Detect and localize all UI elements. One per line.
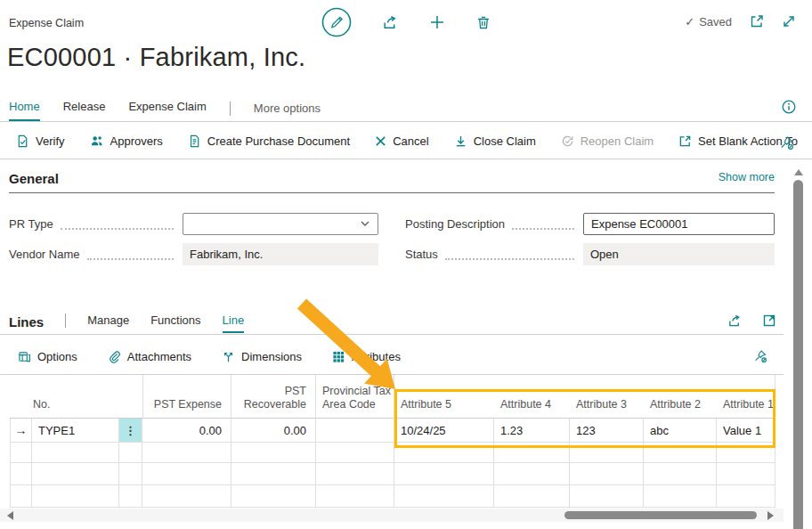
empty-cell[interactable] bbox=[644, 485, 717, 508]
open-in-window-icon[interactable] bbox=[750, 14, 764, 28]
empty-cell[interactable] bbox=[231, 463, 316, 485]
attachments-button[interactable]: Attachments bbox=[108, 350, 191, 363]
reopen-claim-button[interactable]: Reopen Claim bbox=[561, 134, 654, 148]
empty-cell[interactable] bbox=[119, 463, 142, 485]
unpin-icon[interactable] bbox=[779, 135, 794, 151]
col-header-attribute-3[interactable]: Attribute 3 bbox=[570, 375, 644, 419]
row-selector[interactable]: → bbox=[10, 419, 32, 443]
empty-cell[interactable] bbox=[644, 443, 717, 463]
cell-attribute-4[interactable]: 1.23 bbox=[494, 419, 570, 443]
empty-cell[interactable] bbox=[394, 443, 494, 463]
cell-attribute-2[interactable]: abc bbox=[644, 419, 717, 443]
vertical-scrollbar[interactable] bbox=[792, 166, 805, 529]
col-header-attribute-1[interactable]: Attribute 1 bbox=[717, 375, 775, 419]
row-ellipsis-button[interactable]: ⋮ bbox=[119, 419, 142, 443]
empty-cell[interactable] bbox=[570, 443, 644, 463]
scroll-left-arrow-icon[interactable] bbox=[7, 511, 13, 520]
expand-lines-icon[interactable] bbox=[762, 313, 776, 329]
col-header-attribute-2[interactable]: Attribute 2 bbox=[644, 375, 717, 419]
lines-header-icons bbox=[727, 313, 776, 329]
empty-cell[interactable] bbox=[316, 485, 394, 508]
empty-cell[interactable] bbox=[717, 463, 775, 485]
cell-no[interactable]: TYPE1 bbox=[32, 419, 119, 443]
cell-attribute-5[interactable]: 10/24/25 bbox=[394, 419, 494, 443]
cancel-button[interactable]: Cancel bbox=[375, 134, 428, 148]
lines-heading: Lines bbox=[9, 314, 44, 333]
lines-tab-line[interactable]: Line bbox=[223, 313, 245, 333]
empty-cell[interactable] bbox=[494, 443, 570, 463]
scroll-right-arrow-icon[interactable] bbox=[767, 511, 774, 520]
tab-expense-claim[interactable]: Expense Claim bbox=[128, 100, 206, 121]
horizontal-scrollbar[interactable] bbox=[0, 509, 784, 522]
empty-cell[interactable] bbox=[119, 443, 142, 463]
empty-cell[interactable] bbox=[494, 485, 570, 508]
tab-home[interactable]: Home bbox=[9, 100, 40, 121]
chevron-down-icon[interactable] bbox=[360, 218, 370, 229]
empty-cell[interactable] bbox=[394, 485, 494, 508]
posting-description-label: Posting Description bbox=[405, 217, 505, 231]
empty-cell[interactable] bbox=[570, 463, 644, 485]
empty-cell[interactable] bbox=[32, 485, 119, 508]
empty-cell[interactable] bbox=[32, 463, 119, 485]
empty-cell[interactable] bbox=[10, 463, 32, 485]
approvers-button[interactable]: Approvers bbox=[90, 134, 163, 148]
unpin-lines-icon[interactable] bbox=[753, 349, 767, 363]
vertical-scrollbar-thumb[interactable] bbox=[793, 180, 803, 529]
cell-provincial-tax-area-code[interactable] bbox=[316, 419, 394, 443]
info-icon[interactable] bbox=[782, 100, 796, 114]
lines-tab-manage[interactable]: Manage bbox=[87, 313, 129, 333]
col-header-provincial-tax-area-code[interactable]: Provincial Tax Area Code bbox=[316, 375, 394, 419]
horizontal-scrollbar-thumb[interactable] bbox=[564, 511, 757, 519]
col-header-attribute-5[interactable]: Attribute 5 bbox=[394, 375, 494, 419]
header-status-icons: ✓ Saved bbox=[685, 14, 796, 28]
empty-cell[interactable] bbox=[644, 463, 717, 485]
delete-trash-icon[interactable] bbox=[475, 14, 491, 30]
col-header-pst-expense[interactable]: PST Expense bbox=[142, 375, 231, 419]
create-purchase-document-button[interactable]: Create Purchase Document bbox=[188, 134, 350, 148]
cell-attribute-3[interactable]: 123 bbox=[570, 419, 644, 443]
empty-cell[interactable] bbox=[10, 443, 32, 463]
cancel-x-icon bbox=[375, 135, 386, 147]
close-claim-button[interactable]: Close Claim bbox=[454, 134, 536, 148]
share-icon[interactable] bbox=[382, 14, 399, 31]
empty-cell[interactable] bbox=[717, 485, 775, 508]
posting-description-input[interactable]: Expense EC00001 bbox=[583, 213, 775, 235]
empty-cell[interactable] bbox=[231, 443, 316, 463]
lines-tab-functions[interactable]: Functions bbox=[150, 313, 200, 333]
edit-pencil-icon[interactable] bbox=[321, 7, 352, 37]
options-button[interactable]: Options bbox=[18, 350, 77, 363]
empty-cell[interactable] bbox=[142, 443, 231, 463]
cell-pst-recoverable[interactable]: 0.00 bbox=[231, 419, 316, 443]
paperclip-icon bbox=[108, 350, 121, 363]
empty-cell[interactable] bbox=[119, 485, 142, 508]
pr-type-combobox[interactable] bbox=[183, 213, 378, 235]
empty-cell[interactable] bbox=[717, 443, 775, 463]
vendor-name-field: Vendor Name Fabrikam, Inc. bbox=[9, 242, 378, 265]
scroll-up-arrow-icon[interactable] bbox=[794, 169, 803, 175]
col-header-pst-recoverable[interactable]: PST Recoverable bbox=[231, 375, 316, 419]
lines-section-header: Lines Manage Functions Line bbox=[9, 310, 244, 333]
col-header-attribute-4[interactable]: Attribute 4 bbox=[494, 375, 570, 419]
empty-cell[interactable] bbox=[142, 463, 231, 485]
empty-cell[interactable] bbox=[142, 485, 231, 508]
empty-cell[interactable] bbox=[10, 485, 32, 508]
cell-attribute-1[interactable]: Value 1 bbox=[717, 419, 775, 443]
new-plus-icon[interactable] bbox=[429, 14, 445, 30]
empty-cell[interactable] bbox=[394, 463, 494, 485]
cell-pst-expense[interactable]: 0.00 bbox=[142, 419, 231, 443]
expand-fullscreen-icon[interactable] bbox=[782, 14, 796, 28]
share-icon[interactable] bbox=[727, 313, 743, 329]
empty-cell[interactable] bbox=[32, 443, 119, 463]
empty-cell[interactable] bbox=[494, 463, 570, 485]
more-options[interactable]: More options bbox=[254, 102, 321, 121]
tab-release[interactable]: Release bbox=[63, 100, 106, 121]
attributes-button[interactable]: Attributes bbox=[332, 350, 401, 363]
empty-cell[interactable] bbox=[316, 463, 394, 485]
verify-button[interactable]: Verify bbox=[16, 134, 65, 148]
col-header-no[interactable]: No. bbox=[10, 375, 142, 419]
dimensions-button[interactable]: Dimensions bbox=[222, 350, 302, 363]
empty-cell[interactable] bbox=[570, 485, 644, 508]
empty-cell[interactable] bbox=[316, 443, 394, 463]
empty-cell[interactable] bbox=[231, 485, 316, 508]
show-more-link[interactable]: Show more bbox=[719, 171, 775, 183]
